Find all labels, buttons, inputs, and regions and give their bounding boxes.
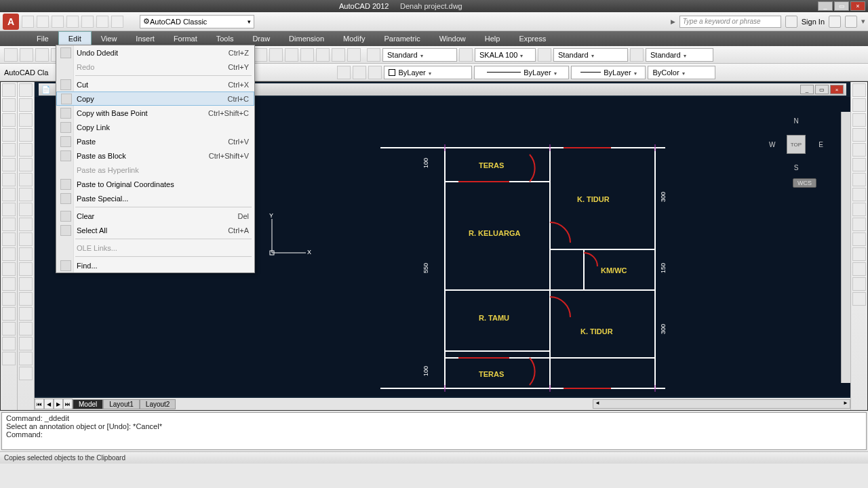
tool-icon[interactable] bbox=[4, 48, 18, 62]
offset-icon[interactable] bbox=[19, 128, 33, 142]
linetype-dropdown[interactable]: ByLayer bbox=[474, 66, 569, 79]
edit-menu-item[interactable]: PasteCtrl+V bbox=[56, 134, 254, 148]
qat-print-icon[interactable] bbox=[81, 16, 94, 28]
tool-icon[interactable] bbox=[852, 173, 866, 186]
doc-close-button[interactable]: × bbox=[830, 85, 844, 94]
tab-first-icon[interactable]: ⏮ bbox=[35, 399, 44, 409]
mtext-icon[interactable] bbox=[2, 247, 16, 261]
qat-redo-icon[interactable] bbox=[111, 16, 123, 28]
menu-tools[interactable]: Tools bbox=[207, 31, 243, 46]
menu-dimension[interactable]: Dimension bbox=[279, 31, 334, 46]
tool-icon[interactable] bbox=[2, 307, 16, 321]
erase-icon[interactable] bbox=[19, 83, 33, 97]
layer-icon[interactable] bbox=[337, 66, 351, 79]
menu-draw[interactable]: Draw bbox=[243, 31, 279, 46]
qat-undo-icon[interactable] bbox=[96, 16, 108, 28]
hatch-icon[interactable] bbox=[2, 173, 16, 186]
move-icon[interactable] bbox=[19, 158, 33, 171]
horizontal-scrollbar[interactable] bbox=[593, 399, 850, 409]
minimize-button[interactable]: _ bbox=[818, 1, 833, 11]
tool-icon[interactable] bbox=[300, 48, 314, 62]
spline-icon[interactable] bbox=[2, 188, 16, 201]
tool-icon[interactable] bbox=[852, 292, 866, 306]
tool-icon[interactable] bbox=[35, 48, 49, 62]
explode-icon[interactable] bbox=[19, 307, 33, 321]
tab-layout2[interactable]: Layout2 bbox=[140, 399, 176, 409]
polyline-icon[interactable] bbox=[2, 98, 16, 112]
command-line[interactable]: Command: _ddedit Select an annotation ob… bbox=[1, 412, 867, 450]
menu-help[interactable]: Help bbox=[475, 31, 510, 46]
tab-last-icon[interactable]: ⏭ bbox=[63, 399, 73, 409]
rectangle-icon[interactable] bbox=[2, 143, 16, 157]
close-button[interactable]: × bbox=[850, 1, 865, 11]
tool-icon[interactable] bbox=[852, 188, 866, 201]
tool-icon[interactable] bbox=[2, 337, 16, 350]
plotstyle-dropdown[interactable]: ByColor bbox=[648, 66, 715, 79]
tool-icon[interactable] bbox=[852, 218, 866, 231]
vertical-scrollbar[interactable] bbox=[841, 112, 850, 383]
doc-maximize-button[interactable]: ▭ bbox=[815, 85, 829, 94]
signin-button[interactable]: Sign In bbox=[802, 18, 825, 26]
menu-format[interactable]: Format bbox=[164, 31, 207, 46]
account-icon[interactable] bbox=[785, 16, 797, 28]
menu-modify[interactable]: Modify bbox=[334, 31, 374, 46]
tool-icon[interactable] bbox=[347, 48, 361, 62]
doc-minimize-button[interactable]: _ bbox=[800, 85, 814, 94]
edit-menu-item[interactable]: Find... bbox=[56, 258, 254, 272]
tool-icon[interactable] bbox=[19, 352, 33, 365]
tool-icon[interactable] bbox=[2, 322, 16, 336]
join-icon[interactable] bbox=[19, 262, 33, 276]
menu-parametric[interactable]: Parametric bbox=[374, 31, 429, 46]
qat-new-icon[interactable] bbox=[22, 16, 34, 28]
line-icon[interactable] bbox=[2, 83, 16, 97]
tool-icon[interactable] bbox=[852, 247, 866, 261]
tablestyle-dropdown[interactable]: Standard bbox=[553, 48, 628, 62]
edit-menu-item[interactable]: Undo DdeditCtrl+Z bbox=[56, 45, 254, 60]
ellipse-icon[interactable] bbox=[2, 158, 16, 171]
tool-icon[interactable] bbox=[852, 128, 866, 142]
textstyle-dropdown[interactable]: Standard bbox=[382, 48, 457, 62]
region-icon[interactable] bbox=[2, 262, 16, 276]
stretch-icon[interactable] bbox=[19, 203, 33, 216]
edit-menu-item[interactable]: Copy Link bbox=[56, 120, 254, 134]
edit-menu-item[interactable]: Paste to Original Coordinates bbox=[56, 177, 254, 191]
tool-icon[interactable] bbox=[2, 277, 16, 291]
maximize-button[interactable]: ▭ bbox=[834, 1, 849, 11]
tool-icon[interactable] bbox=[269, 48, 283, 62]
copy-icon[interactable] bbox=[19, 98, 33, 112]
menu-file[interactable]: File bbox=[27, 31, 58, 46]
circle-icon[interactable] bbox=[2, 113, 16, 127]
edit-menu-item[interactable]: Paste as BlockCtrl+Shift+V bbox=[56, 148, 254, 163]
app-logo[interactable]: A bbox=[3, 14, 19, 30]
viewcube[interactable]: N S E W TOP bbox=[769, 117, 823, 171]
tool-icon[interactable] bbox=[852, 262, 866, 276]
tab-next-icon[interactable]: ▶ bbox=[54, 399, 63, 409]
tool-icon[interactable] bbox=[19, 367, 33, 380]
edit-menu-item[interactable]: Select AllCtrl+A bbox=[56, 223, 254, 237]
layer-icon[interactable] bbox=[353, 66, 366, 79]
array-icon[interactable] bbox=[19, 143, 33, 157]
edit-menu-item[interactable]: CutCtrl+X bbox=[56, 77, 254, 92]
tool-icon[interactable] bbox=[852, 143, 866, 157]
tool-icon[interactable] bbox=[852, 98, 866, 112]
edit-menu-item[interactable]: Paste Special... bbox=[56, 191, 254, 205]
menu-edit[interactable]: Edit bbox=[58, 31, 92, 46]
tool-icon[interactable] bbox=[254, 48, 267, 62]
mleader-icon[interactable] bbox=[630, 48, 644, 62]
point-icon[interactable] bbox=[2, 203, 16, 216]
tool-icon[interactable] bbox=[20, 48, 33, 62]
edit-menu-item[interactable]: Copy with Base PointCtrl+Shift+C bbox=[56, 106, 254, 120]
dimstyle-dropdown[interactable]: SKALA 100 bbox=[475, 48, 536, 62]
qat-saveas-icon[interactable] bbox=[66, 16, 79, 28]
tool-icon[interactable] bbox=[852, 277, 866, 291]
break-icon[interactable] bbox=[19, 247, 33, 261]
workspace-dropdown[interactable]: ⚙ AutoCAD Classic bbox=[140, 15, 254, 28]
tab-model[interactable]: Model bbox=[73, 399, 103, 409]
dimstyle-icon[interactable] bbox=[459, 48, 473, 62]
tool-icon[interactable] bbox=[852, 203, 866, 216]
lineweight-dropdown[interactable]: ByLayer bbox=[571, 66, 646, 79]
tool-icon[interactable] bbox=[332, 48, 345, 62]
tool-icon[interactable] bbox=[19, 337, 33, 350]
tablestyle-icon[interactable] bbox=[538, 48, 551, 62]
tool-icon[interactable] bbox=[19, 322, 33, 336]
